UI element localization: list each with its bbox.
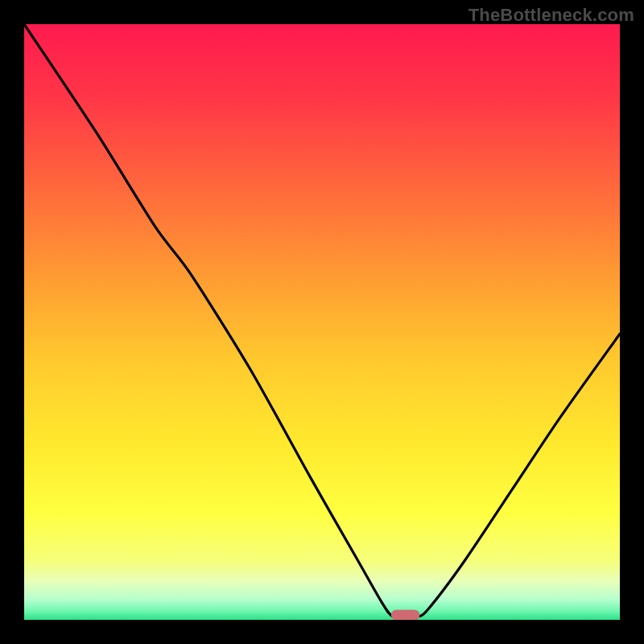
chart-frame: { "watermark": "TheBottleneck.com", "col… — [0, 0, 644, 644]
gradient-background — [24, 24, 620, 620]
watermark-text: TheBottleneck.com — [469, 5, 634, 26]
bottleneck-chart — [0, 0, 644, 644]
optimal-marker — [391, 609, 420, 620]
